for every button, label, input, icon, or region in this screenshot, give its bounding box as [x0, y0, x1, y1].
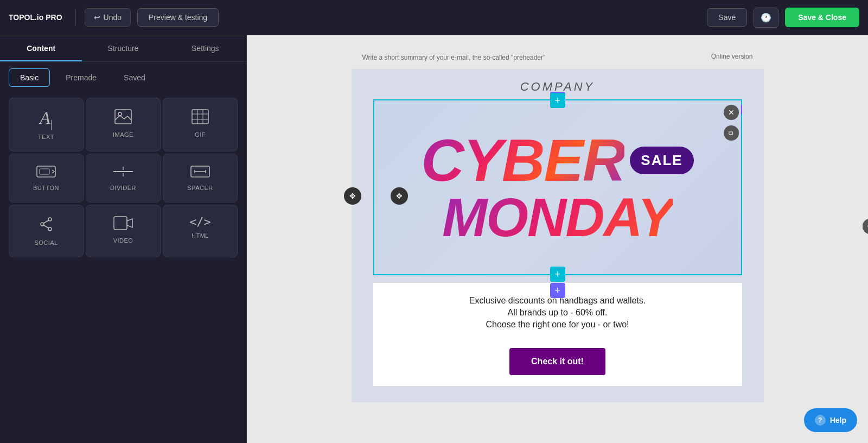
add-below-button[interactable]: +	[550, 283, 565, 298]
preheader-text: Write a short summary of your e-mail, th…	[362, 53, 546, 62]
cta-wrapper: Check it out!	[373, 337, 742, 386]
spacer-icon	[190, 165, 210, 180]
component-spacer[interactable]: SPACER	[163, 154, 238, 202]
banner-image[interactable]: CYBER SALE MONDAY	[374, 100, 741, 274]
component-text[interactable]: A| TEXT	[9, 98, 84, 151]
cyber-monday-art: CYBER SALE MONDAY	[374, 125, 741, 250]
cta-button[interactable]: Check it out!	[509, 348, 605, 375]
sub-tab-premade[interactable]: Premade	[54, 68, 108, 87]
image-label: IMAGE	[113, 131, 133, 138]
component-button[interactable]: BUTTON	[9, 154, 84, 202]
cyber-row: CYBER SALE	[421, 130, 693, 190]
html-icon: </>	[189, 216, 211, 228]
sidebar: Content Structure Settings Basic Premade…	[0, 35, 247, 443]
help-label: Help	[830, 416, 846, 425]
gif-icon	[192, 109, 209, 127]
divider-label: DIVIDER	[110, 185, 136, 191]
main-layout: Content Structure Settings Basic Premade…	[0, 35, 868, 443]
topbar-divider	[75, 9, 76, 26]
svg-point-18	[48, 227, 52, 231]
add-top-teal-button[interactable]: +	[550, 93, 565, 108]
cyber-text: CYBER	[421, 130, 624, 190]
social-label: SOCIAL	[34, 239, 58, 246]
sub-tab-saved[interactable]: Saved	[112, 68, 157, 87]
save-close-button[interactable]: Save & Close	[785, 8, 859, 27]
monday-text: MONDAY	[442, 190, 673, 244]
sub-tabs: Basic Premade Saved	[0, 62, 246, 93]
text-label: TEXT	[38, 134, 54, 140]
component-divider[interactable]: DIVIDER	[86, 154, 161, 202]
sidebar-tabs: Content Structure Settings	[0, 35, 246, 62]
video-icon	[113, 216, 133, 233]
button-label: BUTTON	[33, 185, 59, 191]
sub-tab-basic[interactable]: Basic	[9, 68, 50, 87]
divider-icon	[113, 165, 133, 180]
svg-point-16	[41, 223, 44, 226]
right-extra-button[interactable]: ⟳	[863, 219, 868, 234]
online-version: Online version	[711, 53, 753, 62]
svg-rect-0	[115, 110, 131, 124]
button-icon	[36, 165, 56, 180]
topbar: TOPOL.io PRO ↩ Undo Preview & testing Sa…	[0, 0, 868, 35]
text-icon: A|	[40, 109, 53, 129]
component-grid: A| TEXT IMAGE	[0, 93, 246, 262]
component-video[interactable]: VIDEO	[86, 205, 161, 257]
email-body: COMPANY + ✥ content structur	[352, 69, 764, 402]
banner-section: + ✥ content structure ✥	[373, 99, 742, 275]
html-label: HTML	[192, 232, 209, 239]
preview-button[interactable]: Preview & testing	[137, 8, 219, 27]
image-icon	[114, 109, 132, 127]
close-button[interactable]: ✕	[724, 105, 739, 120]
tab-structure[interactable]: Structure	[82, 35, 164, 61]
undo-button[interactable]: ↩ Undo	[85, 8, 131, 27]
spacer-label: SPACER	[187, 185, 213, 191]
svg-rect-2	[192, 110, 208, 124]
video-label: VIDEO	[113, 237, 133, 244]
save-button[interactable]: Save	[707, 8, 747, 27]
canvas-area: Write a short summary of your e-mail, th…	[247, 35, 868, 443]
promo-line-3: Choose the right one for you - or two!	[395, 320, 720, 330]
social-icon	[38, 216, 54, 235]
app-logo: TOPOL.io PRO	[9, 13, 62, 22]
undo-label: Undo	[104, 13, 122, 22]
add-bottom-teal-button[interactable]: +	[550, 267, 565, 282]
left-move-handle[interactable]: ✥	[344, 187, 361, 205]
svg-rect-8	[40, 169, 49, 174]
component-gif[interactable]: GIF	[163, 98, 238, 151]
tab-content[interactable]: Content	[0, 35, 82, 61]
svg-line-19	[44, 220, 48, 223]
help-icon: ?	[815, 415, 826, 426]
component-social[interactable]: SOCIAL	[9, 205, 84, 257]
banner-wrapper: content structure ✥ + ✕	[373, 99, 742, 275]
gif-label: GIF	[195, 131, 206, 138]
svg-line-20	[44, 225, 48, 228]
sale-badge: SALE	[630, 147, 693, 174]
tab-settings[interactable]: Settings	[164, 35, 246, 61]
svg-point-17	[48, 218, 52, 221]
copy-button[interactable]: ⧉	[724, 125, 739, 141]
preheader-bar: Write a short summary of your e-mail, th…	[352, 46, 764, 69]
component-html[interactable]: </> HTML	[163, 205, 238, 257]
component-image[interactable]: IMAGE	[86, 98, 161, 151]
promo-line-2: All brands up to - 60% off.	[395, 308, 720, 318]
svg-rect-21	[114, 217, 127, 230]
help-button[interactable]: ? Help	[804, 408, 857, 432]
email-canvas: Write a short summary of your e-mail, th…	[352, 46, 764, 402]
inner-move-handle[interactable]: ✥	[391, 187, 408, 205]
undo-icon: ↩	[94, 13, 100, 22]
history-button[interactable]: 🕐	[754, 8, 778, 28]
